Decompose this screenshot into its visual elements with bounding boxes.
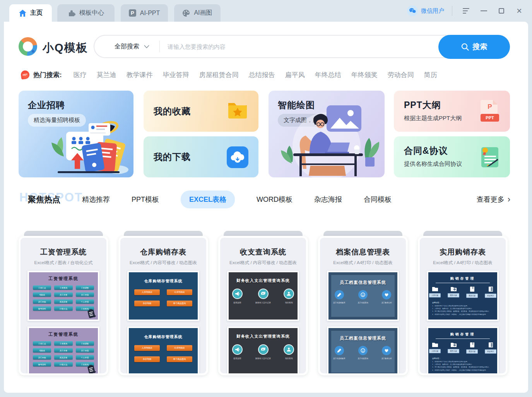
card-ai-draw[interactable]: 智能绘图 文字成图，所想即所得 <box>269 91 385 177</box>
hot-term[interactable]: 医疗 <box>74 70 87 79</box>
heart-icon <box>382 346 391 355</box>
contract-icon <box>479 146 500 168</box>
hot-term[interactable]: 教学课件 <box>127 70 153 79</box>
hot-term[interactable]: 房屋租赁合同 <box>199 70 239 79</box>
template-preview: 仓库购销存管理系统 入库明细表出库明细表 库存明细单个商品查询 <box>127 327 199 375</box>
template-card-practical: 实用购销存表 Excel格式 / A4打印 / 动态图表 购销存管理 入库记录 <box>418 236 508 375</box>
template-preview: 员工档案信息管理系统 员工信息档案库 <box>327 327 399 375</box>
category-tab-row: HOTSPOT 聚焦热点 精选推荐 PPT模板 EXCEL表格 WORD模板 杂… <box>4 188 528 211</box>
template-subtitle: Excel格式 / 图表 / 自动化公式 <box>21 260 106 266</box>
ppt-file-icon: P PPT <box>480 100 500 122</box>
minimize-button[interactable] <box>478 5 489 17</box>
money-icon <box>258 289 269 299</box>
favorites-title: 我的收藏 <box>154 105 191 117</box>
ledger-icon <box>488 286 493 292</box>
template-preview: 工资管理系统 工资汇总工资查询工资调整 考勤表员工伙食员工住宿 其它补贴奖惩反馈… <box>27 271 99 321</box>
see-more-label: 查看更多 <box>477 195 505 204</box>
preview-heading: 财务收入支出管理查询系统 <box>229 334 298 339</box>
menu-icon <box>463 8 469 14</box>
tab-ai-ppt-label: AI-PPT <box>140 10 160 17</box>
titlebar: 主页 模板中心 P AI-PPT AI画图 微信用户 × <box>0 0 532 22</box>
template-archive[interactable]: 档案信息管理表 Excel格式 / A4打印 / 动态图表 员工档案信息管理系统 <box>318 236 408 375</box>
tab-home[interactable]: 主页 <box>9 4 52 22</box>
tab-ai-draw[interactable]: AI画图 <box>174 4 221 22</box>
template-warehouse[interactable]: 仓库购销存表 Excel格式 / 内容可修改 / 动态图表 仓库购销存管理系统 … <box>118 236 208 375</box>
folder-gear-icon <box>450 342 457 347</box>
template-subtitle: Excel格式 / 内容可修改 / 动态图表 <box>120 260 206 266</box>
search-button[interactable]: 搜索 <box>438 35 510 59</box>
downloads-title: 我的下载 <box>154 151 191 163</box>
search-button-label: 搜索 <box>473 42 488 52</box>
book-icon <box>470 286 475 292</box>
hot-term[interactable]: 年终颁奖 <box>351 70 378 79</box>
home-icon <box>19 9 26 17</box>
chevron-down-icon <box>144 45 149 48</box>
tab-template-center[interactable]: 模板中心 <box>57 4 115 22</box>
preview-heading: 购销存管理 <box>432 276 493 281</box>
hot-term[interactable]: 莫兰迪 <box>97 70 116 79</box>
search-bar: 全部搜索 搜索 <box>94 35 510 58</box>
hot-term[interactable]: 劳动合同 <box>388 70 414 79</box>
template-card-warehouse: 仓库购销存表 Excel格式 / 内容可修改 / 动态图表 仓库购销存管理系统 … <box>118 236 208 375</box>
preview-notes-title: 使用说明： <box>432 301 493 304</box>
money-icon <box>258 344 269 355</box>
ppt-file-tag: PPT <box>481 114 499 122</box>
template-card-salary: 工资管理系统 Excel格式 / 图表 / 自动化公式 工资管理系统 工资汇总工… <box>19 236 108 375</box>
template-card-finance: 收支查询系统 Excel格式 / 内容可修改 / 动态图表 财务收入支出管理查询… <box>218 236 308 375</box>
wechat-icon <box>407 5 418 16</box>
hot-search-label: 热门搜索: <box>33 70 62 79</box>
hot-flame-icon: HOT <box>21 70 30 80</box>
preview-heading: 工资管理系统 <box>29 332 98 337</box>
card-enterprise-recruit[interactable]: 企业招聘 精选海量招聘模板 <box>19 91 133 177</box>
tab-home-label: 主页 <box>30 9 43 17</box>
hot-term[interactable]: 毕业答辩 <box>163 70 189 79</box>
preview-heading: 购销存管理 <box>432 332 493 337</box>
card-contract[interactable]: 合同&协议 提供名称生成合同协议 <box>394 136 510 177</box>
tab-ai-ppt[interactable]: P AI-PPT <box>121 4 168 22</box>
recruit-title: 企业招聘 <box>28 99 65 111</box>
ppt-outline-subtitle: 根据主题生成PPT大纲 <box>404 115 462 122</box>
template-title: 收支查询系统 <box>220 247 306 257</box>
template-preview: 购销存管理 入库记录 销售记录 <box>427 327 499 375</box>
menu-button[interactable] <box>460 5 472 17</box>
preview-heading: 仓库购销存管理系统 <box>129 278 198 284</box>
megaphone-icon <box>232 344 243 355</box>
tab-contract-templates[interactable]: 合同模板 <box>364 195 392 204</box>
maximize-button[interactable] <box>496 5 507 17</box>
palette-icon <box>182 9 190 17</box>
hot-term[interactable]: 扁平风 <box>285 70 305 79</box>
template-preview: 员工档案信息管理系统 员工信息档案库 <box>327 271 399 321</box>
template-title: 档案信息管理表 <box>320 247 406 257</box>
tab-hot-focus[interactable]: 聚焦热点 <box>28 194 60 205</box>
template-salary[interactable]: 工资管理系统 Excel格式 / 图表 / 自动化公式 工资管理系统 工资汇总工… <box>19 236 108 375</box>
template-practical[interactable]: 实用购销存表 Excel格式 / A4打印 / 动态图表 购销存管理 入库记录 <box>418 236 508 375</box>
preview-heading: 财务收入支出管理查询系统 <box>229 278 298 284</box>
hot-term[interactable]: 简历 <box>424 70 437 79</box>
ai-draw-illustration <box>269 100 385 177</box>
tab-featured[interactable]: 精选推荐 <box>82 195 110 204</box>
wechat-user[interactable]: 微信用户 <box>407 5 444 16</box>
hot-term[interactable]: 年终总结 <box>315 70 341 79</box>
template-subtitle: Excel格式 / A4打印 / 动态图表 <box>320 260 406 266</box>
search-scope-dropdown[interactable]: 全部搜索 <box>94 43 159 51</box>
recruit-illustration <box>42 118 131 176</box>
ppt-outline-title: PPT大纲 <box>404 99 441 111</box>
tab-word-templates[interactable]: WORD模板 <box>257 195 293 204</box>
tab-magazine-posters[interactable]: 杂志海报 <box>314 195 342 204</box>
folder-gear-icon <box>450 286 457 292</box>
card-my-favorites[interactable]: 我的收藏 <box>144 91 258 132</box>
ppt-file-letter: P <box>480 103 500 111</box>
card-my-downloads[interactable]: 我的下载 <box>144 136 258 177</box>
tab-excel-templates[interactable]: EXCEL表格 <box>181 191 235 208</box>
preview-heading: 员工档案信息管理系统 <box>331 331 395 341</box>
card-ppt-outline[interactable]: PPT大纲 根据主题生成PPT大纲 P PPT <box>394 91 510 132</box>
see-more-link[interactable]: 查看更多 › <box>477 194 510 205</box>
template-finance[interactable]: 收支查询系统 Excel格式 / 内容可修改 / 动态图表 财务收入支出管理查询… <box>218 236 308 375</box>
close-button[interactable]: × <box>513 5 525 17</box>
tab-template-center-label: 模板中心 <box>79 9 104 17</box>
hot-term[interactable]: 总结报告 <box>249 70 275 79</box>
smiley-icon <box>358 346 368 355</box>
preview-heading: 仓库购销存管理系统 <box>129 334 198 340</box>
preview-heading: 员工档案信息管理系统 <box>331 275 395 285</box>
tab-ppt-templates[interactable]: PPT模板 <box>132 195 159 204</box>
